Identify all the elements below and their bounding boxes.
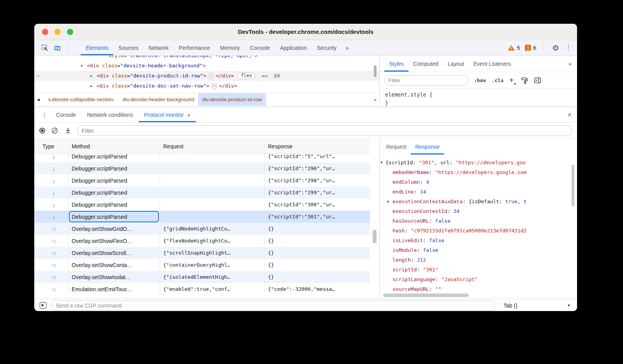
table-row[interactable]: ↑↓Overlay.setShowIsolat…{"isolatedElemen… <box>34 271 370 283</box>
tab-console[interactable]: Console <box>245 40 275 55</box>
table-row[interactable]: ↓Debugger.scriptParsed{"scriptId":"5","u… <box>34 154 370 162</box>
breadcrumb-item-div-devsite-header-background[interactable]: div.devsite-header-background <box>119 93 198 106</box>
settings-gear-icon[interactable]: ⚙ <box>552 44 559 52</box>
detail-horizontal-scrollbar[interactable] <box>383 294 469 297</box>
toggle-command-editor-icon[interactable] <box>40 302 46 309</box>
styles-filter-input[interactable] <box>384 75 468 86</box>
expanded-arrow-icon[interactable]: ▼ <box>380 158 382 167</box>
record-button[interactable] <box>39 128 45 134</box>
drawer-tab-network-conditions[interactable]: Network conditions <box>81 107 138 122</box>
response-json-tree[interactable]: ▼{scriptId: "301", url: "https://develop… <box>380 155 577 299</box>
drawer-menu-icon[interactable]: ⋮ <box>38 111 51 119</box>
dom-tree-node[interactable]: ▶<div class="devsite-doc-set-nav-row">⋯<… <box>34 81 379 91</box>
tab-security[interactable]: Security <box>312 40 342 55</box>
json-tree-line[interactable]: ▼{scriptId: "301", url: "https://develop… <box>380 158 577 167</box>
expand-children-icon[interactable]: ⋯ <box>211 83 218 90</box>
column-header-method[interactable]: Method <box>69 139 160 153</box>
tab-elements[interactable]: Elements <box>81 40 113 55</box>
tab-performance[interactable]: Performance <box>174 40 215 55</box>
tab-network[interactable]: Network <box>144 40 174 55</box>
table-row[interactable]: ↑↓Emulation.setEmitTouc…{"enabled":true,… <box>34 283 370 295</box>
toggle-pseudo-classes-button[interactable]: :hov <box>474 77 486 83</box>
table-row[interactable]: ↑↓Overlay.setShowGridO…{"gridNodeHighlig… <box>34 223 370 235</box>
close-tab-icon[interactable]: × <box>187 112 191 118</box>
json-tree-line[interactable]: embedderName: "https://developers.google… <box>380 167 577 177</box>
table-row[interactable]: ↓Debugger.scriptParsed{"scriptId":"298",… <box>34 174 370 186</box>
table-scrollbar-track[interactable] <box>370 139 380 299</box>
save-icon[interactable] <box>64 127 72 134</box>
target-dropdown-icon[interactable]: ▼ <box>567 303 571 308</box>
drawer-tab-console[interactable]: Console <box>51 107 81 122</box>
table-row[interactable]: ↑↓Overlay.setShowScroll…{"scrollSnapHigh… <box>34 247 370 259</box>
collapsed-arrow-icon[interactable]: ▶ <box>387 197 389 206</box>
tab-sources[interactable]: Sources <box>113 40 143 55</box>
json-tree-line[interactable]: executionContextId: 34 <box>380 206 577 216</box>
element-style-rule[interactable]: element.style { } <box>380 89 577 107</box>
cdp-command-input[interactable] <box>51 301 495 311</box>
json-tree-line[interactable]: scriptId: "301" <box>380 265 577 274</box>
breadcrumb-item-v-devsite-collapsible-section[interactable]: v.devsite-collapsible-section. <box>44 93 119 106</box>
zoom-window-button[interactable] <box>67 29 73 35</box>
expand-children-icon[interactable]: ⋯ <box>208 73 215 79</box>
elements-scrollbar[interactable] <box>374 65 377 77</box>
json-tree-line[interactable]: hash: "c9792133d1fe6f91ca05009e213e7d074… <box>380 226 577 236</box>
table-row[interactable]: ↓Debugger.scriptParsed{"scriptId":"300",… <box>34 199 370 211</box>
toggle-element-classes-button[interactable]: .cls <box>491 77 503 83</box>
styles-more-tabs-icon[interactable]: » <box>568 60 572 67</box>
collapsed-arrow-icon[interactable]: ▶ <box>90 81 92 91</box>
json-tree-line[interactable]: ▶executionContextAuxData: {isDefault: tr… <box>380 197 577 206</box>
styles-tab-computed[interactable]: Computed <box>408 56 443 72</box>
detail-vertical-scrollbar[interactable] <box>572 165 574 206</box>
dom-tree-node[interactable]: " style="transform: translate3d(0px, -72… <box>34 56 379 61</box>
json-tree-line[interactable]: hasSourceURL: false <box>380 216 577 226</box>
breadcrumb-left-arrow-icon[interactable]: ◀ <box>37 93 40 106</box>
new-style-rule-button[interactable]: + <box>509 76 516 84</box>
tab-application[interactable]: Application <box>275 40 312 55</box>
issues-counter[interactable]: ! 6 <box>525 45 536 51</box>
column-header-response[interactable]: Response <box>265 139 370 153</box>
table-row[interactable]: ↓Debugger.scriptParsed{"scriptId":"301",… <box>34 211 370 223</box>
json-tree-line[interactable]: isLiveEdit: false <box>380 236 577 245</box>
inspect-element-icon[interactable] <box>40 44 49 52</box>
protocol-filter-input[interactable] <box>77 125 572 136</box>
clear-icon[interactable] <box>51 127 58 134</box>
collapsed-arrow-icon[interactable]: ▶ <box>90 71 92 81</box>
minimize-window-button[interactable] <box>55 29 61 35</box>
table-rows-viewport[interactable]: ↓Debugger.scriptParsed{"scriptId":"5","u… <box>34 154 370 299</box>
detail-tab-request[interactable]: Request <box>382 139 411 155</box>
table-row[interactable]: ↓Debugger.scriptParsed{"scriptId":"299",… <box>34 186 370 199</box>
dom-tree-node[interactable]: ⋯▶<div class="devsite-product-id-row">⋯<… <box>34 71 379 81</box>
table-row[interactable]: ↑↓Overlay.setShowConta…{"containerQueryH… <box>34 259 370 271</box>
console-warnings[interactable]: 5 <box>508 45 520 51</box>
toggle-device-toolbar-icon[interactable] <box>53 44 62 52</box>
dom-tree[interactable]: " style="transform: translate3d(0px, -72… <box>34 56 379 93</box>
column-header-request[interactable]: Request <box>160 139 265 153</box>
close-drawer-icon[interactable]: × <box>567 111 572 119</box>
customize-devtools-icon[interactable]: ⋮ <box>564 44 572 51</box>
more-panels-icon[interactable]: » <box>341 44 352 51</box>
table-scrollbar-thumb[interactable] <box>373 230 377 243</box>
dom-tree-node[interactable]: ▼<div class="devsite-header-background"> <box>34 61 379 71</box>
toggle-sidebar-icon[interactable] <box>534 77 541 84</box>
styles-tab-styles[interactable]: Styles <box>384 56 408 72</box>
json-tree-line[interactable]: scriptLanguage: "JavaScript" <box>380 274 577 284</box>
json-tree-line[interactable]: length: 212 <box>380 255 577 265</box>
target-selector[interactable]: Tab () <box>503 302 517 309</box>
json-tree-line[interactable]: endLine: 14 <box>380 187 577 197</box>
detail-tab-response[interactable]: Response <box>411 139 444 155</box>
styles-tab-layout[interactable]: Layout <box>443 56 469 72</box>
hidden-elements-icon[interactable]: ⋯ <box>37 71 40 81</box>
tab-memory[interactable]: Memory <box>215 40 245 55</box>
expanded-arrow-icon[interactable]: ▼ <box>81 61 83 71</box>
table-row[interactable]: ↑↓Overlay.setShowFlexO…{"flexNodeHighlig… <box>34 235 370 247</box>
close-window-button[interactable] <box>42 29 48 35</box>
paint-roller-icon[interactable] <box>521 77 528 84</box>
flex-badge[interactable]: flex <box>237 72 255 79</box>
json-tree-line[interactable]: isModule: false <box>380 245 577 255</box>
breadcrumb-item-div-devsite-product-id-row[interactable]: div.devsite-product-id-row <box>198 93 266 106</box>
json-tree-line[interactable]: sourceMapURL: "" <box>380 284 577 294</box>
drawer-tab-protocol-monitor[interactable]: Protocol monitor× <box>139 107 196 122</box>
json-tree-line[interactable]: endColumn: 4 <box>380 177 577 187</box>
column-header-type[interactable]: Type <box>34 139 69 153</box>
breadcrumb-right-arrow-icon[interactable]: ▶ <box>374 93 377 106</box>
